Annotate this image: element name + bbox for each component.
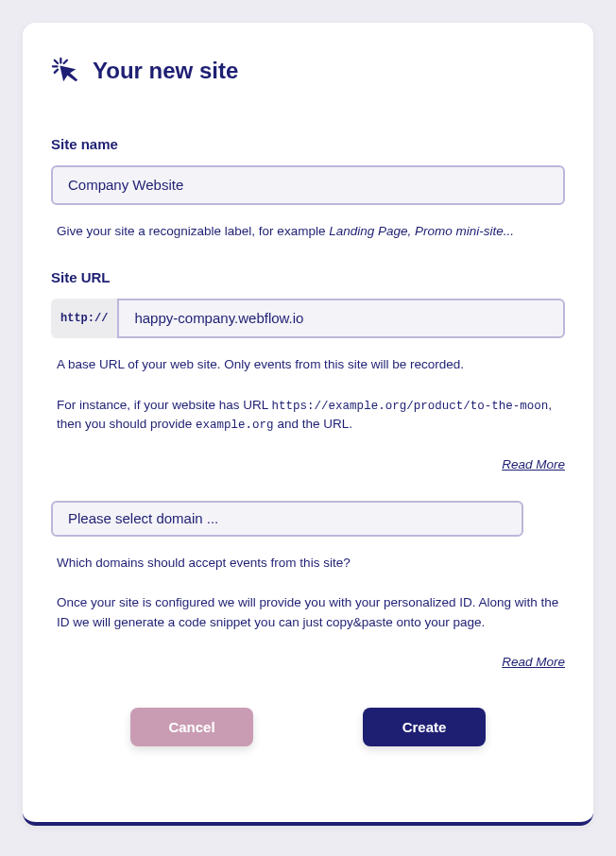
site-name-input-wrap[interactable]: [51, 165, 565, 205]
site-url-hint2: For instance, if your website has URL ht…: [51, 396, 565, 436]
cursor-click-icon: [51, 57, 79, 85]
site-name-input[interactable]: [68, 177, 548, 193]
site-url-read-more-link[interactable]: Read More: [502, 457, 565, 471]
cancel-button[interactable]: Cancel: [130, 708, 253, 746]
domain-section: Please select domain ... Which domains s…: [51, 501, 565, 670]
svg-line-4: [55, 70, 58, 73]
site-url-label: Site URL: [51, 269, 565, 285]
button-row: Cancel Create: [51, 708, 565, 746]
domain-hint2: Once your site is configured we will pro…: [51, 593, 565, 632]
domain-placeholder: Please select domain ...: [68, 510, 218, 526]
site-url-row: http://: [51, 299, 565, 338]
site-name-hint: Give your site a recognizable label, for…: [51, 222, 565, 241]
page-title: Your new site: [93, 58, 238, 84]
site-url-section: Site URL http:// A base URL of your web …: [51, 269, 565, 472]
domain-hint1: Which domains should accept events from …: [51, 554, 565, 573]
svg-line-3: [64, 60, 67, 63]
domain-read-more-link[interactable]: Read More: [502, 655, 565, 669]
site-name-hint-example: Landing Page, Promo mini-site...: [329, 224, 514, 238]
url-prefix: http://: [51, 299, 117, 338]
domain-readmore-row: Read More: [51, 653, 565, 670]
site-url-input-wrap[interactable]: [117, 299, 565, 338]
new-site-card: Your new site Site name Give your site a…: [23, 23, 593, 826]
svg-line-2: [55, 60, 58, 63]
site-url-input[interactable]: [134, 310, 548, 326]
domain-select[interactable]: Please select domain ...: [51, 501, 523, 537]
create-button[interactable]: Create: [363, 708, 486, 746]
site-name-hint-text: Give your site a recognizable label, for…: [57, 224, 329, 238]
card-header: Your new site: [51, 57, 565, 85]
site-name-label: Site name: [51, 136, 565, 152]
site-name-section: Site name Give your site a recognizable …: [51, 136, 565, 241]
site-url-hint1: A base URL of your web site. Only events…: [51, 355, 565, 374]
site-url-readmore-row: Read More: [51, 455, 565, 472]
